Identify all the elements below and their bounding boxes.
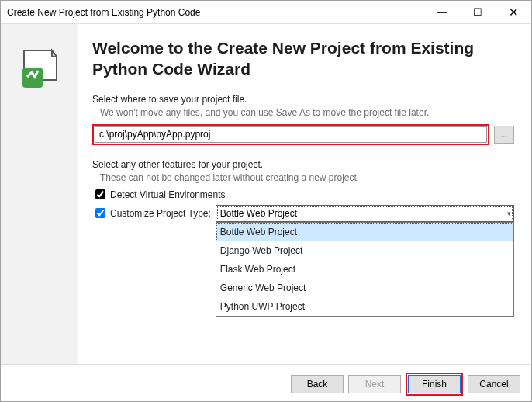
path-highlight — [92, 124, 489, 145]
maximize-button[interactable]: ☐ — [460, 1, 496, 24]
chevron-down-icon: ▾ — [507, 210, 511, 217]
back-button[interactable]: Back — [291, 375, 344, 393]
features-label: Select any other features for your proje… — [92, 159, 514, 170]
dropdown-option[interactable]: Bottle Web Project — [216, 223, 513, 241]
dropdown-option[interactable]: Django Web Project — [216, 241, 513, 260]
wizard-sidebar — [1, 24, 78, 364]
browse-button[interactable]: ... — [494, 126, 514, 144]
features-help: These can not be changed later without c… — [92, 172, 514, 183]
finish-button[interactable]: Finish — [408, 375, 461, 393]
next-button: Next — [348, 375, 401, 393]
save-location-label: Select where to save your project file. — [92, 94, 514, 105]
detect-venv-label[interactable]: Detect Virtual Environments — [110, 189, 226, 200]
close-button[interactable]: ✕ — [496, 1, 531, 24]
project-path-input[interactable] — [95, 126, 487, 143]
titlebar: Create New Project from Existing Python … — [1, 1, 531, 24]
cancel-button[interactable]: Cancel — [468, 375, 520, 393]
wizard-main: Welcome to the Create New Project from E… — [78, 24, 531, 364]
customize-type-checkbox[interactable] — [95, 208, 105, 218]
python-project-icon — [18, 46, 61, 92]
window-title: Create New Project from Existing Python … — [7, 7, 424, 18]
window-controls: — ☐ ✕ — [424, 1, 531, 24]
save-location-help: We won't move any files, and you can use… — [92, 107, 514, 118]
customize-type-label[interactable]: Customize Project Type: — [110, 208, 211, 219]
minimize-button[interactable]: — — [424, 1, 460, 24]
dropdown-option[interactable]: Generic Web Project — [216, 279, 513, 297]
svg-rect-0 — [22, 68, 43, 88]
project-type-selected: Bottle Web Project — [220, 208, 297, 219]
detect-venv-checkbox[interactable] — [95, 189, 105, 199]
dropdown-option[interactable]: Python UWP Project — [216, 297, 513, 316]
project-type-combobox[interactable]: Bottle Web Project ▾ — [216, 205, 514, 222]
finish-highlight: Finish — [406, 373, 463, 396]
wizard-heading: Welcome to the Create New Project from E… — [92, 38, 514, 80]
project-type-dropdown: Bottle Web Project Django Web Project Fl… — [216, 222, 514, 317]
dropdown-option[interactable]: Flask Web Project — [216, 260, 513, 279]
wizard-footer: Back Next Finish Cancel — [1, 364, 531, 402]
